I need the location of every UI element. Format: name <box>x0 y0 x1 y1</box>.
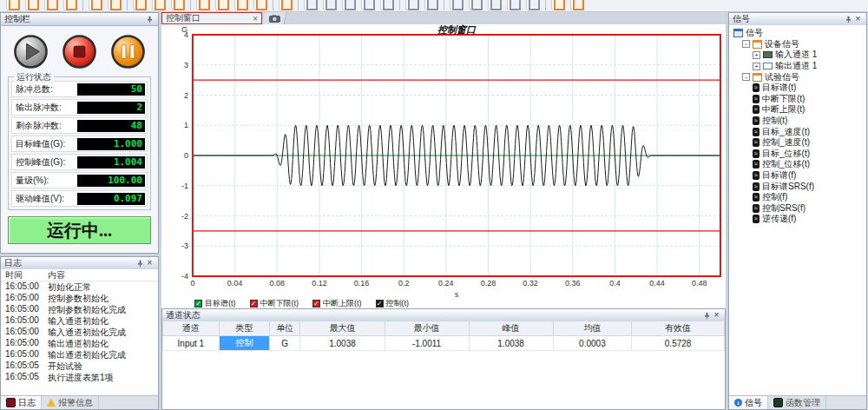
log-list[interactable]: 时间 内容 16:05:00初始化正常 16:05:00控制参数初始化 16:0… <box>1 269 158 396</box>
tab-alarm-info[interactable]: 报警信息 <box>42 396 99 409</box>
layout-grid-2-icon[interactable] <box>323 0 337 10</box>
fit-page-icon[interactable] <box>488 0 502 10</box>
control-chart-area[interactable]: 00.040.080.120.160.20.240.280.320.360.40… <box>161 24 726 308</box>
tree-item-signal[interactable]: ≈中断上限(t) <box>753 104 866 116</box>
stop-button[interactable] <box>62 34 97 69</box>
cell-peak: 1.0038 <box>469 336 553 351</box>
y-axis-label: G <box>181 25 187 34</box>
level-c-icon[interactable] <box>234 0 248 10</box>
run-status-group-title: 运行状态 <box>14 71 54 83</box>
tree-item-signal[interactable]: ≈目标_位移(t) <box>753 149 866 160</box>
log-row[interactable]: 16:05:00输入通道初始化 <box>1 315 158 327</box>
tab-signal[interactable]: i 信号 <box>729 396 768 409</box>
svg-text:0: 0 <box>190 279 194 288</box>
level-b-icon[interactable] <box>215 0 229 10</box>
transfer-icon[interactable] <box>253 0 267 10</box>
pie-view-icon[interactable] <box>152 0 166 10</box>
tree-group-test-signals[interactable]: - 试验信号 <box>742 71 866 83</box>
tree-item-input-channel-1[interactable]: + 输入通道 1 <box>753 50 866 61</box>
refresh-icon[interactable] <box>551 0 565 10</box>
log-row[interactable]: 16:05:00输出通道初始化完成 <box>1 349 158 360</box>
zoom-in-icon[interactable] <box>507 0 521 10</box>
tree-item-signal[interactable]: ≈控制SRS(f) <box>753 203 866 215</box>
tab-control-window[interactable]: 控制窗口 × <box>161 12 262 24</box>
tree-item-signal[interactable]: ≈控制(t) <box>753 116 866 127</box>
fit-height-icon[interactable] <box>469 0 483 10</box>
expand-icon[interactable]: + <box>753 51 760 59</box>
tab-label: 控制窗口 <box>166 12 253 24</box>
log-row[interactable]: 16:05:00输出通道初始化 <box>1 338 158 349</box>
channel-table-header: 通道 类型 单位 最大值 最小值 峰值 均值 有效值 <box>163 321 725 336</box>
close-icon[interactable]: × <box>853 15 863 24</box>
zoom-out-icon[interactable] <box>526 0 540 10</box>
window-tile-icon[interactable] <box>424 0 438 10</box>
signal-tree[interactable]: 信号 - 设备信号 + 输入通道 1 + 输出通道 1 - 试验信号 <box>729 25 866 396</box>
field-output-pulses: 输出脉冲数: 2 <box>11 99 148 116</box>
window-cascade-icon[interactable] <box>405 0 419 10</box>
pin-icon[interactable] <box>844 15 853 24</box>
chart-view-1-icon[interactable] <box>361 0 375 10</box>
chart-view-2-icon[interactable] <box>380 0 394 10</box>
svg-text:0.36: 0.36 <box>565 279 581 288</box>
tree-item-output-channel-1[interactable]: + 输出通道 1 <box>753 61 866 72</box>
pause-button[interactable] <box>110 34 146 69</box>
log-row[interactable]: 16:05:00输入通道初始化完成 <box>1 327 158 338</box>
layout-grid-1-icon[interactable] <box>304 0 318 10</box>
log-row[interactable]: 16:05:00控制参数初始化 <box>1 293 158 304</box>
tab-function-manager[interactable]: 函数管理 <box>768 396 826 409</box>
field-label: 控制峰值(G): <box>16 156 65 169</box>
favorites-icon[interactable] <box>133 0 147 10</box>
tree-item-signal[interactable]: ≈中断下限(t) <box>753 94 866 105</box>
save-icon[interactable] <box>44 0 58 10</box>
save-all-icon[interactable] <box>63 0 77 10</box>
table-row[interactable]: Input 1 控制 G 1.0038 -1.0011 1.0038 0.000… <box>163 336 725 351</box>
schedule-icon[interactable] <box>171 0 185 10</box>
tab-log[interactable]: 日志 <box>1 396 42 409</box>
toolbar-separator <box>298 0 299 10</box>
lcd-value: 100.00 <box>77 175 145 187</box>
collapse-icon[interactable]: - <box>742 40 750 48</box>
tree-item-signal[interactable]: ≈目标谱(f) <box>753 170 866 182</box>
tab-close-icon[interactable]: × <box>253 14 258 23</box>
log-row[interactable]: 16:05:00初始化正常 <box>1 281 158 293</box>
level-a-icon[interactable] <box>196 0 210 10</box>
expand-icon[interactable]: + <box>753 63 760 70</box>
tree-root-signal[interactable]: 信号 <box>733 28 866 39</box>
close-icon[interactable]: × <box>145 259 155 268</box>
tree-item-signal[interactable]: ≈控制_位移(t) <box>753 159 866 170</box>
print-icon[interactable] <box>89 0 102 10</box>
fit-width-icon[interactable] <box>450 0 464 10</box>
close-icon[interactable]: × <box>712 311 721 321</box>
snapshot-tab[interactable] <box>263 12 287 24</box>
log-row[interactable]: 16:05:05执行进度表第1项 <box>1 372 158 383</box>
tree-item-signal[interactable]: ≈控制_速度(t) <box>753 137 866 149</box>
signal-wave-icon[interactable] <box>279 0 293 10</box>
checkbox-icon[interactable]: ✓ <box>250 300 258 308</box>
tree-group-device-signals[interactable]: - 设备信号 <box>742 39 866 50</box>
log-row[interactable]: 16:05:00控制参数初始化完成 <box>1 304 158 315</box>
svg-text:0.04: 0.04 <box>227 279 243 288</box>
tree-item-signal[interactable]: ≈逆传递(f) <box>753 214 866 225</box>
pin-icon[interactable] <box>145 15 155 24</box>
tree-item-signal[interactable]: ≈控制(f) <box>753 192 866 203</box>
log-row[interactable]: 16:05:05开始试验 <box>1 360 158 372</box>
print-preview-icon[interactable] <box>108 0 122 10</box>
new-icon[interactable] <box>6 0 20 10</box>
open-icon[interactable] <box>25 0 39 10</box>
svg-text:0.44: 0.44 <box>649 279 665 288</box>
pin-icon[interactable] <box>702 311 712 321</box>
layout-grid-3-icon[interactable] <box>342 0 356 10</box>
checkbox-icon[interactable]: ✓ <box>376 300 384 308</box>
collapse-icon[interactable]: - <box>742 73 750 81</box>
checkbox-icon[interactable]: ✓ <box>194 300 202 308</box>
play-button[interactable] <box>13 34 49 69</box>
close-icon[interactable] <box>570 0 584 10</box>
tree-item-signal[interactable]: ≈目标谱(t) <box>753 83 866 94</box>
tree-item-signal[interactable]: ≈目标谱SRS(f) <box>753 181 866 192</box>
lcd-value: 0.097 <box>77 193 145 205</box>
tree-item-signal[interactable]: ≈目标_速度(t) <box>753 126 866 137</box>
waveform-icon: ≈ <box>753 215 760 223</box>
checkbox-icon[interactable]: ✓ <box>312 300 320 308</box>
lcd-value: 1.000 <box>77 138 145 150</box>
pin-icon[interactable] <box>135 259 145 268</box>
